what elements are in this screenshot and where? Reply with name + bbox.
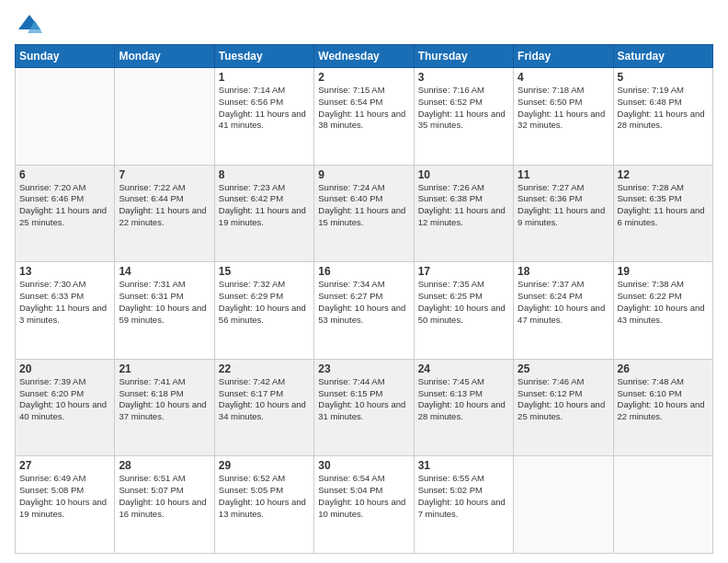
day-info: Sunrise: 7:27 AM Sunset: 6:36 PM Dayligh… — [518, 182, 609, 229]
day-number: 4 — [518, 71, 609, 84]
weekday-header-thursday: Thursday — [414, 45, 513, 68]
weekday-header-friday: Friday — [514, 45, 613, 68]
day-info: Sunrise: 7:16 AM Sunset: 6:52 PM Dayligh… — [418, 85, 509, 132]
calendar-cell: 16Sunrise: 7:34 AM Sunset: 6:27 PM Dayli… — [314, 262, 414, 360]
day-number: 21 — [119, 362, 210, 375]
day-number: 13 — [19, 265, 110, 278]
day-number: 17 — [418, 265, 509, 278]
calendar-cell: 22Sunrise: 7:42 AM Sunset: 6:17 PM Dayli… — [214, 359, 313, 456]
day-number: 1 — [219, 71, 310, 84]
calendar-cell: 12Sunrise: 7:28 AM Sunset: 6:35 PM Dayli… — [613, 165, 712, 262]
day-info: Sunrise: 7:22 AM Sunset: 6:44 PM Dayligh… — [119, 182, 210, 229]
calendar-cell: 24Sunrise: 7:45 AM Sunset: 6:13 PM Dayli… — [414, 359, 513, 456]
calendar-cell: 15Sunrise: 7:32 AM Sunset: 6:29 PM Dayli… — [214, 262, 313, 360]
day-info: Sunrise: 7:19 AM Sunset: 6:48 PM Dayligh… — [618, 85, 709, 132]
calendar-cell — [514, 456, 613, 554]
day-info: Sunrise: 7:48 AM Sunset: 6:10 PM Dayligh… — [618, 376, 709, 423]
calendar-cell — [613, 456, 712, 554]
weekday-header-monday: Monday — [115, 45, 214, 68]
calendar-cell: 31Sunrise: 6:55 AM Sunset: 5:02 PM Dayli… — [414, 456, 513, 554]
calendar-cell: 27Sunrise: 6:49 AM Sunset: 5:08 PM Dayli… — [16, 456, 115, 554]
day-info: Sunrise: 7:30 AM Sunset: 6:33 PM Dayligh… — [19, 279, 110, 326]
calendar-cell — [115, 68, 214, 166]
day-info: Sunrise: 7:18 AM Sunset: 6:50 PM Dayligh… — [518, 85, 609, 132]
day-number: 6 — [19, 168, 110, 181]
calendar-cell: 19Sunrise: 7:38 AM Sunset: 6:22 PM Dayli… — [613, 262, 712, 360]
week-row-3: 13Sunrise: 7:30 AM Sunset: 6:33 PM Dayli… — [16, 262, 713, 360]
day-number: 23 — [318, 362, 409, 375]
day-info: Sunrise: 6:54 AM Sunset: 5:04 PM Dayligh… — [318, 473, 409, 520]
calendar-cell: 6Sunrise: 7:20 AM Sunset: 6:46 PM Daylig… — [16, 165, 115, 262]
logo-icon — [17, 11, 42, 37]
week-row-5: 27Sunrise: 6:49 AM Sunset: 5:08 PM Dayli… — [16, 456, 713, 554]
calendar-table: SundayMondayTuesdayWednesdayThursdayFrid… — [15, 44, 713, 554]
week-row-2: 6Sunrise: 7:20 AM Sunset: 6:46 PM Daylig… — [16, 165, 713, 262]
day-number: 5 — [618, 71, 709, 84]
day-info: Sunrise: 7:38 AM Sunset: 6:22 PM Dayligh… — [618, 279, 709, 326]
day-number: 19 — [618, 265, 709, 278]
day-number: 29 — [219, 459, 310, 472]
day-info: Sunrise: 7:24 AM Sunset: 6:40 PM Dayligh… — [318, 182, 409, 229]
page: SundayMondayTuesdayWednesdayThursdayFrid… — [0, 0, 728, 563]
week-row-1: 1Sunrise: 7:14 AM Sunset: 6:56 PM Daylig… — [16, 68, 713, 166]
day-info: Sunrise: 7:45 AM Sunset: 6:13 PM Dayligh… — [418, 376, 509, 423]
day-info: Sunrise: 7:15 AM Sunset: 6:54 PM Dayligh… — [318, 85, 409, 132]
day-info: Sunrise: 6:52 AM Sunset: 5:05 PM Dayligh… — [219, 473, 310, 520]
day-info: Sunrise: 7:32 AM Sunset: 6:29 PM Dayligh… — [219, 279, 310, 326]
day-info: Sunrise: 7:26 AM Sunset: 6:38 PM Dayligh… — [418, 182, 509, 229]
day-number: 8 — [219, 168, 310, 181]
calendar-cell: 7Sunrise: 7:22 AM Sunset: 6:44 PM Daylig… — [115, 165, 214, 262]
day-number: 31 — [418, 459, 509, 472]
day-number: 18 — [518, 265, 609, 278]
weekday-header-row: SundayMondayTuesdayWednesdayThursdayFrid… — [16, 45, 713, 68]
day-info: Sunrise: 7:14 AM Sunset: 6:56 PM Dayligh… — [219, 85, 310, 132]
logo — [15, 11, 42, 37]
day-info: Sunrise: 6:49 AM Sunset: 5:08 PM Dayligh… — [19, 473, 110, 520]
day-info: Sunrise: 7:28 AM Sunset: 6:35 PM Dayligh… — [618, 182, 709, 229]
day-number: 24 — [418, 362, 509, 375]
day-number: 12 — [618, 168, 709, 181]
day-number: 30 — [318, 459, 409, 472]
calendar-cell: 10Sunrise: 7:26 AM Sunset: 6:38 PM Dayli… — [414, 165, 513, 262]
calendar-cell: 18Sunrise: 7:37 AM Sunset: 6:24 PM Dayli… — [514, 262, 613, 360]
day-info: Sunrise: 7:20 AM Sunset: 6:46 PM Dayligh… — [19, 182, 110, 229]
week-row-4: 20Sunrise: 7:39 AM Sunset: 6:20 PM Dayli… — [16, 359, 713, 456]
calendar-cell: 5Sunrise: 7:19 AM Sunset: 6:48 PM Daylig… — [613, 68, 712, 166]
calendar-cell: 13Sunrise: 7:30 AM Sunset: 6:33 PM Dayli… — [16, 262, 115, 360]
calendar-cell: 23Sunrise: 7:44 AM Sunset: 6:15 PM Dayli… — [314, 359, 414, 456]
calendar-cell: 25Sunrise: 7:46 AM Sunset: 6:12 PM Dayli… — [514, 359, 613, 456]
calendar-cell: 11Sunrise: 7:27 AM Sunset: 6:36 PM Dayli… — [514, 165, 613, 262]
calendar-cell: 28Sunrise: 6:51 AM Sunset: 5:07 PM Dayli… — [115, 456, 214, 554]
calendar-cell — [16, 68, 115, 166]
day-info: Sunrise: 7:37 AM Sunset: 6:24 PM Dayligh… — [518, 279, 609, 326]
day-number: 10 — [418, 168, 509, 181]
calendar-cell: 9Sunrise: 7:24 AM Sunset: 6:40 PM Daylig… — [314, 165, 414, 262]
calendar-cell: 26Sunrise: 7:48 AM Sunset: 6:10 PM Dayli… — [613, 359, 712, 456]
calendar-cell: 1Sunrise: 7:14 AM Sunset: 6:56 PM Daylig… — [214, 68, 313, 166]
day-info: Sunrise: 7:35 AM Sunset: 6:25 PM Dayligh… — [418, 279, 509, 326]
day-number: 11 — [518, 168, 609, 181]
calendar-cell: 8Sunrise: 7:23 AM Sunset: 6:42 PM Daylig… — [214, 165, 313, 262]
calendar-cell: 4Sunrise: 7:18 AM Sunset: 6:50 PM Daylig… — [514, 68, 613, 166]
weekday-header-tuesday: Tuesday — [214, 45, 313, 68]
day-info: Sunrise: 6:51 AM Sunset: 5:07 PM Dayligh… — [119, 473, 210, 520]
day-number: 14 — [119, 265, 210, 278]
day-number: 22 — [219, 362, 310, 375]
weekday-header-sunday: Sunday — [16, 45, 115, 68]
day-number: 25 — [518, 362, 609, 375]
day-info: Sunrise: 7:23 AM Sunset: 6:42 PM Dayligh… — [219, 182, 310, 229]
day-number: 2 — [318, 71, 409, 84]
day-number: 7 — [119, 168, 210, 181]
day-info: Sunrise: 7:44 AM Sunset: 6:15 PM Dayligh… — [318, 376, 409, 423]
day-info: Sunrise: 7:39 AM Sunset: 6:20 PM Dayligh… — [19, 376, 110, 423]
day-number: 16 — [318, 265, 409, 278]
day-number: 15 — [219, 265, 310, 278]
weekday-header-saturday: Saturday — [613, 45, 712, 68]
day-number: 9 — [318, 168, 409, 181]
calendar-cell: 30Sunrise: 6:54 AM Sunset: 5:04 PM Dayli… — [314, 456, 414, 554]
day-info: Sunrise: 7:31 AM Sunset: 6:31 PM Dayligh… — [119, 279, 210, 326]
day-number: 3 — [418, 71, 509, 84]
weekday-header-wednesday: Wednesday — [314, 45, 414, 68]
day-info: Sunrise: 6:55 AM Sunset: 5:02 PM Dayligh… — [418, 473, 509, 520]
day-info: Sunrise: 7:46 AM Sunset: 6:12 PM Dayligh… — [518, 376, 609, 423]
